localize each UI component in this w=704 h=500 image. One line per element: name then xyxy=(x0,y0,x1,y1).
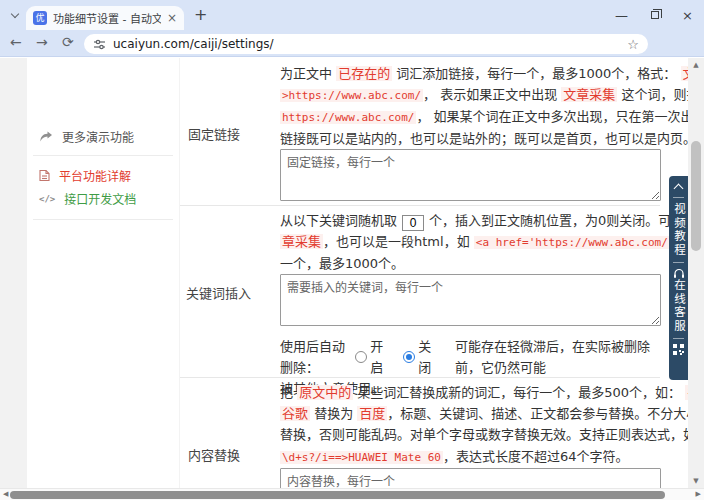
minimize-button[interactable]: — xyxy=(605,0,638,30)
description-line: 章采集，也可以是一段html，如 <a href='https://www.ab… xyxy=(280,231,662,253)
code-icon: </> xyxy=(39,194,55,204)
keyword-count-input[interactable] xyxy=(402,215,424,231)
browser-window: 优 功能细节设置 - 自动文章采集器 × + — × ← → ⟳ ucaiyun… xyxy=(0,0,704,500)
auto-delete-off-radio[interactable] xyxy=(403,351,415,363)
sidebar-item-api-docs[interactable]: </> 接口开发文档 xyxy=(39,190,136,207)
auto-delete-row: 使用后自动删除： 开启 关闭 可能存在轻微滞后，在实际被删除前，它仍然可能 xyxy=(280,336,662,378)
auto-delete-off-label[interactable]: 关闭 xyxy=(418,336,437,378)
description-line: 从以下关键词随机取个，插入到正文随机位置，为0则关闭。可以是单独的词语如 文 xyxy=(280,210,662,231)
description-line: >https://www.abc.com/， 表示如果正文中出现 文章采集 这个… xyxy=(280,84,662,106)
horizontal-scrollbar[interactable]: ◀ ▶ xyxy=(0,488,704,500)
tab-strip: 优 功能细节设置 - 自动文章采集器 × + — × xyxy=(0,0,704,30)
panel-divider xyxy=(673,197,684,198)
headset-icon xyxy=(673,268,685,279)
sidebar-item-platform-features[interactable]: 平台功能详解 xyxy=(39,167,131,184)
vertical-scrollbar[interactable]: ▲ ▼ xyxy=(688,58,704,488)
chevron-down-icon xyxy=(11,10,19,18)
settings-form: 固定链接 为正文中 已存在的 词汇添加链接，每行一个，最多1000个，格式： 文… xyxy=(180,58,662,500)
description-line: 把 原文中的 某些词汇替换成新的词汇，每行一个，最多500个，如： 谷歌==>百… xyxy=(280,382,662,403)
description-line: 为正文中 已存在的 词汇添加链接，每行一个，最多1000个，格式： 文章采集 xyxy=(280,63,662,84)
browser-toolbar: ← → ⟳ ucaiyun.com/caiji/settings/ ☆ ji ⋮ xyxy=(0,30,704,57)
share-arrow-icon xyxy=(39,131,53,143)
tab-search-button[interactable] xyxy=(8,10,22,22)
restore-icon xyxy=(651,11,659,19)
online-service-button[interactable]: 在线客服 xyxy=(669,268,688,333)
sidebar-item-label: 接口开发文档 xyxy=(64,190,136,207)
section-divider xyxy=(180,377,660,378)
site-info-icon[interactable] xyxy=(93,38,106,51)
fixed-links-section: 为正文中 已存在的 词汇添加链接，每行一个，最多1000个，格式： 文章采集 >… xyxy=(280,63,662,204)
fixed-links-textarea[interactable] xyxy=(280,149,661,201)
url-text[interactable]: ucaiyun.com/caiji/settings/ xyxy=(113,37,620,51)
description-line: 替换，否则可能乱码。对单个字母或数字替换无效。支持正则表达式，如 /iphone xyxy=(280,424,662,446)
vertical-scrollbar-thumb[interactable] xyxy=(691,141,701,251)
content-replace-section: 把 原文中的 某些词汇替换成新的词汇，每行一个，最多500个，如： 谷歌==>百… xyxy=(280,382,662,500)
description-line: 链接既可以是站内的，也可以是站外的；既可以是首页，也可以是内页。 xyxy=(280,128,662,149)
site-favicon: 优 xyxy=(33,11,47,25)
keywords-textarea[interactable] xyxy=(280,274,661,326)
scroll-right-arrow[interactable]: ▶ xyxy=(696,490,701,498)
horizontal-scrollbar-thumb[interactable] xyxy=(10,491,665,499)
scroll-left-arrow[interactable]: ◀ xyxy=(3,490,8,498)
sidebar-item-more-demos[interactable]: 更多演示功能 xyxy=(39,128,134,145)
section-divider xyxy=(180,205,660,206)
new-tab-button[interactable]: + xyxy=(194,5,207,24)
video-tutorial-button[interactable]: 视频教程 xyxy=(669,203,688,257)
scroll-down-arrow[interactable]: ▼ xyxy=(688,477,704,485)
qr-code-icon[interactable] xyxy=(673,344,684,355)
fixed-links-label: 固定链接 xyxy=(188,124,240,143)
panel-divider xyxy=(673,262,684,263)
page-content: 更多演示功能 平台功能详解 </> 接口开发文档 固定链接 为正文中 已存在的 … xyxy=(0,58,704,500)
browser-tab[interactable]: 优 功能细节设置 - 自动文章采集器 × xyxy=(26,6,184,30)
content-replace-label: 内容替换 xyxy=(188,445,240,464)
description-line: 一个，最多1000个。 xyxy=(280,253,662,274)
close-button[interactable]: × xyxy=(671,0,704,30)
online-service-label: 在线客服 xyxy=(669,279,688,333)
auto-delete-on-label[interactable]: 开启 xyxy=(370,336,389,378)
forward-button[interactable]: → xyxy=(36,34,48,50)
tab-title: 功能细节设置 - 自动文章采集器 xyxy=(53,10,161,26)
address-bar[interactable]: ucaiyun.com/caiji/settings/ ☆ xyxy=(84,34,648,54)
sidebar-item-label: 平台功能详解 xyxy=(59,167,131,184)
floating-help-panel: 视频教程 在线客服 xyxy=(669,176,688,380)
sidebar-divider xyxy=(33,155,173,156)
auto-delete-on-radio[interactable] xyxy=(355,351,367,363)
sidebar: 更多演示功能 平台功能详解 </> 接口开发文档 xyxy=(27,58,180,500)
tab-close-icon[interactable]: × xyxy=(167,12,177,24)
video-tutorial-label: 视频教程 xyxy=(669,203,688,257)
left-gutter xyxy=(0,58,27,500)
chevron-up-icon[interactable] xyxy=(674,184,684,194)
keyword-insert-label: 关键词插入 xyxy=(186,283,251,302)
panel-divider xyxy=(673,338,684,339)
description-line: \d+s?/i==>HUAWEI Mate 60，表达式长度不超过64个字符。 xyxy=(280,446,662,468)
document-icon xyxy=(39,169,50,182)
auto-delete-note: 可能存在轻微滞后，在实际被删除前，它仍然可能 xyxy=(455,336,662,378)
window-controls: — × xyxy=(605,0,704,30)
scroll-up-arrow[interactable]: ▲ xyxy=(688,61,704,69)
keyword-insert-section: 从以下关键词随机取个，插入到正文随机位置，为0则关闭。可以是单独的词语如 文 章… xyxy=(280,210,662,399)
sidebar-divider xyxy=(33,219,173,220)
sidebar-item-label: 更多演示功能 xyxy=(62,128,134,145)
description-line: 谷歌 替换为 百度，标题、关键词、描述、正文都会参与替换。不分大小写。不支持ht… xyxy=(280,403,662,424)
reload-button[interactable]: ⟳ xyxy=(62,34,74,50)
auto-delete-label: 使用后自动删除： xyxy=(280,336,355,378)
restore-button[interactable] xyxy=(638,0,671,30)
description-line: https://www.abc.com/， 如果某个词在正文中多次出现，只在第一… xyxy=(280,106,662,128)
bookmark-star-icon[interactable]: ☆ xyxy=(627,37,639,52)
back-button[interactable]: ← xyxy=(10,34,22,50)
